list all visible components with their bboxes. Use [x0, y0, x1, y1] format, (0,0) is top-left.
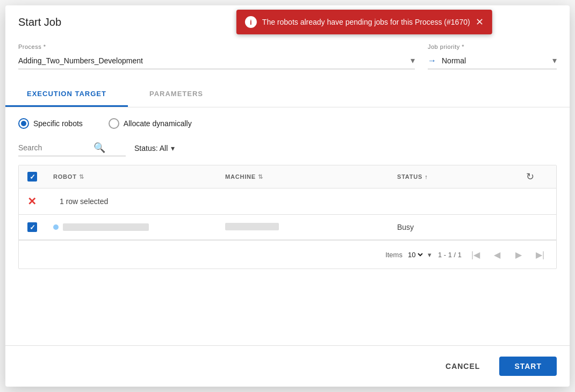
- status-filter-chevron-icon: ▾: [171, 144, 175, 153]
- search-filter-row: 🔍 Status: All ▾: [18, 140, 557, 156]
- items-label: Items: [385, 251, 402, 259]
- priority-arrow-icon: →: [428, 56, 436, 66]
- row-status-col: Busy: [397, 223, 526, 231]
- deselect-area: ✕: [27, 195, 53, 208]
- status-filter[interactable]: Status: All ▾: [134, 144, 175, 153]
- tab-parameters[interactable]: PARAMETERS: [128, 82, 225, 107]
- col-header-machine[interactable]: MACHINE ⇅: [225, 173, 397, 180]
- items-per-page-chevron: ▾: [428, 251, 432, 259]
- row-status-value: Busy: [397, 223, 414, 231]
- row-checkbox[interactable]: ✓: [27, 222, 37, 232]
- process-value: Adding_Two_Numbers_Development: [18, 56, 143, 65]
- priority-value: → Normal: [428, 56, 466, 66]
- search-icon: 🔍: [94, 142, 105, 154]
- deselect-icon[interactable]: ✕: [27, 195, 37, 207]
- refresh-button[interactable]: ↻: [526, 171, 548, 183]
- last-page-button[interactable]: ▶|: [533, 247, 548, 262]
- items-per-page-select[interactable]: 10 25 50: [406, 250, 425, 259]
- table-header: ✓ ROBOT ⇅ MACHINE ⇅ STATUS ↑ ↻: [19, 165, 556, 188]
- robot-sort-icon: ⇅: [79, 173, 84, 180]
- col-header-robot[interactable]: ROBOT ⇅: [53, 173, 225, 180]
- machine-name-col: [225, 223, 397, 232]
- start-button[interactable]: START: [499, 357, 557, 376]
- allocate-dynamically-radio-outer: [109, 118, 119, 129]
- dialog-footer: CANCEL START: [5, 345, 570, 387]
- allocate-dynamically-radio[interactable]: Allocate dynamically: [109, 118, 192, 129]
- tabs: EXECUTION TARGET PARAMETERS: [5, 82, 570, 107]
- next-page-button[interactable]: ▶: [511, 247, 526, 262]
- robot-name-blurred: [63, 223, 149, 231]
- items-per-page[interactable]: Items 10 25 50 ▾: [385, 250, 432, 259]
- search-input[interactable]: [18, 143, 94, 152]
- info-icon: i: [245, 16, 257, 28]
- selected-count-text: 1 row selected: [60, 197, 108, 206]
- error-banner: i The robots already have pending jobs f…: [236, 10, 492, 34]
- specific-robots-radio[interactable]: Specific robots: [18, 118, 83, 129]
- start-job-dialog: i The robots already have pending jobs f…: [5, 5, 570, 387]
- priority-chevron-icon: ▾: [552, 55, 557, 66]
- process-field: Process * Adding_Two_Numbers_Development…: [18, 43, 415, 69]
- tab-execution-target[interactable]: EXECUTION TARGET: [5, 82, 128, 107]
- select-all-checkbox[interactable]: ✓: [27, 172, 37, 182]
- row-checkbox-col: ✓: [27, 222, 53, 232]
- first-page-button[interactable]: |◀: [468, 247, 483, 262]
- search-box[interactable]: 🔍: [18, 140, 126, 156]
- error-message: The robots already have pending jobs for…: [262, 18, 470, 26]
- prev-page-button[interactable]: ◀: [490, 247, 505, 262]
- close-banner-button[interactable]: ✕: [476, 16, 484, 28]
- priority-select[interactable]: → Normal ▾: [428, 52, 557, 69]
- execution-target-content: Specific robots Allocate dynamically 🔍 S…: [5, 107, 570, 345]
- priority-label: Job priority *: [428, 43, 557, 50]
- machine-sort-icon: ⇅: [258, 173, 263, 180]
- robot-selection-group: Specific robots Allocate dynamically: [18, 118, 557, 129]
- selected-row-info: ✕ 1 row selected: [19, 188, 556, 215]
- status-filter-label: Status: All: [134, 144, 168, 153]
- specific-robots-radio-inner: [21, 121, 26, 126]
- priority-field: Job priority * → Normal ▾: [428, 43, 557, 69]
- col-header-refresh: ↻: [526, 171, 548, 183]
- pagination: Items 10 25 50 ▾ 1 - 1 / 1 |◀ ◀ ▶ ▶|: [19, 240, 556, 268]
- machine-name-blurred: [225, 223, 279, 230]
- page-range: 1 - 1 / 1: [438, 251, 462, 259]
- col-header-status[interactable]: STATUS ↑: [397, 173, 526, 180]
- robot-status-dot: [53, 224, 59, 230]
- robot-name-col: [53, 223, 225, 231]
- col-header-check: ✓: [27, 172, 53, 182]
- form-row: Process * Adding_Two_Numbers_Development…: [5, 35, 570, 74]
- table-row: ✓ Busy: [19, 215, 556, 240]
- cancel-button[interactable]: CANCEL: [433, 357, 493, 376]
- status-sort-icon: ↑: [425, 173, 428, 180]
- specific-robots-radio-outer: [18, 118, 29, 129]
- specific-robots-label: Specific robots: [33, 119, 83, 128]
- allocate-dynamically-label: Allocate dynamically: [124, 119, 192, 128]
- process-label: Process *: [18, 43, 415, 50]
- robots-table: ✓ ROBOT ⇅ MACHINE ⇅ STATUS ↑ ↻: [18, 165, 557, 269]
- process-select[interactable]: Adding_Two_Numbers_Development ▾: [18, 52, 415, 69]
- process-chevron-icon: ▾: [411, 55, 415, 66]
